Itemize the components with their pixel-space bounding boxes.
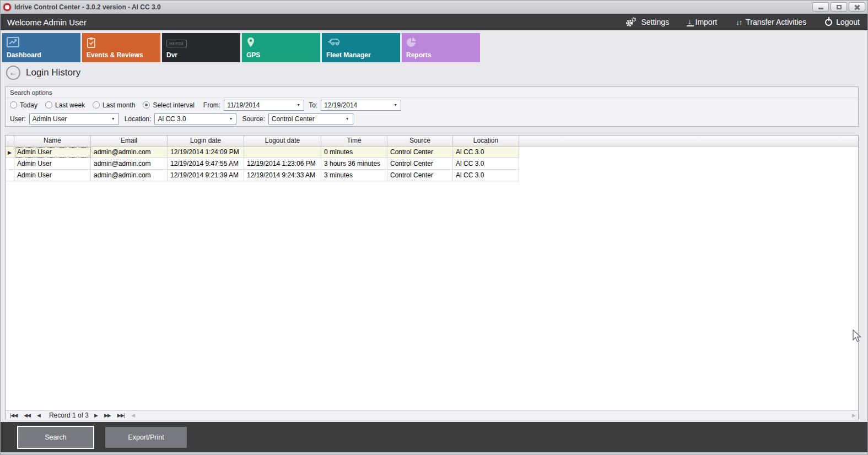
search-row-interval: Today Last week Last month Select interv… xyxy=(6,98,858,112)
search-button[interactable]: Search xyxy=(17,426,94,449)
search-row-filters: User: Admin User ▼ Location: Al CC 3.0 ▼… xyxy=(6,112,858,126)
search-options-title: Search options xyxy=(6,87,858,98)
transfer-activities-button[interactable]: ↓↑ Transfer Activities xyxy=(736,18,806,26)
cell-time[interactable]: 3 minutes xyxy=(321,170,387,181)
next-record-button[interactable]: ▶ xyxy=(94,413,98,418)
tile-dvr[interactable]: MERGE Dvr xyxy=(162,33,240,62)
gears-icon xyxy=(625,17,637,27)
column-header-email[interactable]: Email xyxy=(91,136,168,146)
cell-location[interactable]: Al CC 3.0 xyxy=(453,170,519,181)
close-button[interactable] xyxy=(849,2,865,12)
tile-fleet-manager[interactable]: Fleet Manager xyxy=(322,33,400,62)
cell-name[interactable]: Admin User xyxy=(14,147,91,158)
minimize-icon xyxy=(818,8,823,9)
radio-select-interval[interactable]: Select interval xyxy=(143,101,194,109)
cell-logout-date[interactable]: 12/19/2014 1:23:06 PM xyxy=(244,158,321,170)
column-header-logout-date[interactable]: Logout date xyxy=(244,136,321,146)
table-row[interactable]: Admin User admin@admin.com 12/19/2014 9:… xyxy=(6,170,858,181)
tile-reports-label: Reports xyxy=(406,51,431,59)
column-header-location[interactable]: Location xyxy=(453,136,519,146)
source-combobox[interactable]: Control Center ▼ xyxy=(268,113,353,124)
close-icon xyxy=(854,4,860,10)
user-label: User: xyxy=(10,115,26,123)
tile-gps[interactable]: GPS xyxy=(242,33,320,62)
cell-login-date[interactable]: 12/19/2014 9:21:39 AM xyxy=(168,170,244,181)
logout-button[interactable]: Logout xyxy=(825,18,860,26)
scroll-right-icon[interactable]: ▶ xyxy=(852,413,856,418)
prev-page-button[interactable]: ◀◀ xyxy=(24,413,30,418)
cell-source[interactable]: Control Center xyxy=(387,170,453,181)
column-header-filler xyxy=(519,136,858,146)
column-header-login-date[interactable]: Login date xyxy=(168,136,244,146)
cell-logout-date[interactable] xyxy=(244,147,321,158)
row-indicator xyxy=(6,170,14,181)
last-record-button[interactable]: ▶▶| xyxy=(117,413,125,418)
cell-logout-date[interactable]: 12/19/2014 9:24:33 AM xyxy=(244,170,321,181)
minimize-button[interactable] xyxy=(812,2,829,12)
tile-dashboard[interactable]: Dashboard xyxy=(2,33,80,62)
chevron-down-icon: ▼ xyxy=(342,117,353,121)
cell-time[interactable]: 0 minutes xyxy=(321,147,387,158)
first-record-button[interactable]: |◀◀ xyxy=(10,413,17,418)
maximize-button[interactable] xyxy=(831,2,847,12)
location-combobox[interactable]: Al CC 3.0 ▼ xyxy=(154,113,236,124)
tile-events-reviews[interactable]: Events & Reviews xyxy=(82,33,160,62)
indicator-column-header xyxy=(6,136,14,146)
cell-name[interactable]: Admin User xyxy=(14,158,91,170)
back-arrow-icon: ← xyxy=(9,68,18,77)
cell-name[interactable]: Admin User xyxy=(14,170,91,181)
export-print-button[interactable]: Export/Print xyxy=(105,427,187,448)
source-label: Source: xyxy=(242,115,265,123)
row-indicator xyxy=(6,158,14,170)
clipboard-check-icon xyxy=(87,37,96,48)
location-label: Location: xyxy=(125,115,152,123)
cell-location[interactable]: Al CC 3.0 xyxy=(453,158,519,170)
import-button[interactable]: ↓ Import xyxy=(688,18,717,26)
column-header-time[interactable]: Time xyxy=(321,136,387,146)
cell-source[interactable]: Control Center xyxy=(387,158,453,170)
tile-dashboard-label: Dashboard xyxy=(7,51,41,59)
cell-login-date[interactable]: 12/19/2014 1:24:09 PM xyxy=(168,147,244,158)
radio-last-week[interactable]: Last week xyxy=(45,101,85,109)
table-row[interactable]: ▶ Admin User admin@admin.com 12/19/2014 … xyxy=(6,147,858,158)
title-bar: Idrive Control Center - 3.0.2 version - … xyxy=(1,1,867,14)
next-page-button[interactable]: ▶▶ xyxy=(104,413,111,418)
chevron-down-icon: ▼ xyxy=(108,117,118,121)
radio-last-month[interactable]: Last month xyxy=(93,101,135,109)
source-value: Control Center xyxy=(272,115,315,123)
user-combobox[interactable]: Admin User ▼ xyxy=(29,113,119,124)
column-header-source[interactable]: Source xyxy=(387,136,453,146)
module-tiles: Dashboard Events & Reviews MERGE Dvr xyxy=(2,33,480,62)
maximize-icon xyxy=(837,5,842,9)
welcome-text: Welcome Admin User xyxy=(7,18,87,27)
search-options-panel: Search options Today Last week Last mont… xyxy=(5,86,859,127)
scroll-left-icon[interactable]: ◀ xyxy=(131,413,134,418)
import-label: Import xyxy=(696,18,718,26)
mouse-cursor xyxy=(853,329,862,343)
radio-last-week-circle xyxy=(45,101,52,109)
from-date-value: 11/19/2014 xyxy=(227,101,260,109)
column-header-name[interactable]: Name xyxy=(14,136,91,146)
power-icon xyxy=(825,19,832,26)
tile-gps-label: GPS xyxy=(246,51,260,59)
cell-email[interactable]: admin@admin.com xyxy=(91,170,168,181)
prev-record-button[interactable]: ◀ xyxy=(37,413,40,418)
table-row[interactable]: Admin User admin@admin.com 12/19/2014 9:… xyxy=(6,158,858,170)
from-date-combobox[interactable]: 11/19/2014 ▼ xyxy=(224,100,304,111)
cell-email[interactable]: admin@admin.com xyxy=(91,158,168,170)
tile-reports[interactable]: Reports xyxy=(402,33,480,62)
cell-login-date[interactable]: 12/19/2014 9:47:55 AM xyxy=(168,158,244,170)
to-date-combobox[interactable]: 12/19/2014 ▼ xyxy=(321,100,401,111)
tile-events-reviews-label: Events & Reviews xyxy=(87,51,143,59)
chevron-down-icon: ▼ xyxy=(293,103,304,107)
settings-label: Settings xyxy=(641,18,669,26)
cell-location[interactable]: Al CC 3.0 xyxy=(453,147,519,158)
settings-button[interactable]: Settings xyxy=(625,17,669,27)
cell-email[interactable]: admin@admin.com xyxy=(91,147,168,158)
cell-source[interactable]: Control Center xyxy=(387,147,453,158)
cell-time[interactable]: 3 hours 36 minutes xyxy=(321,158,387,170)
transfer-arrows-icon: ↓↑ xyxy=(736,18,742,26)
back-button[interactable]: ← xyxy=(6,66,20,80)
radio-today[interactable]: Today xyxy=(10,101,37,109)
radio-select-interval-label: Select interval xyxy=(153,101,194,109)
